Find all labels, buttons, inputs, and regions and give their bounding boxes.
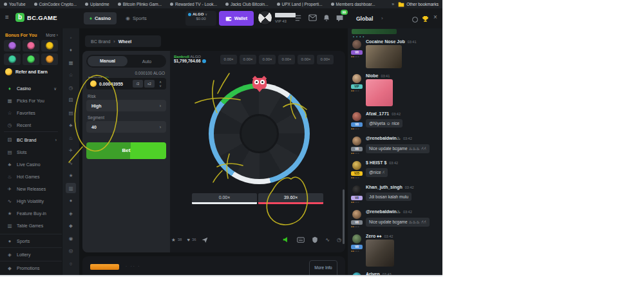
bonus-tile[interactable] (41, 40, 58, 52)
chat-username[interactable]: Niobe (366, 73, 378, 78)
tab-auto[interactable]: Auto (128, 59, 166, 64)
rail-icon[interactable]: ♦ (66, 45, 76, 55)
sidebar-item[interactable]: ◆ Promotions (0, 261, 62, 274)
sidebar-item[interactable]: ★ Feature Buy-in (0, 207, 62, 220)
rail-icon[interactable]: ⚄ (66, 95, 76, 106)
sidebar-item[interactable]: ♦ Casino ∨ (0, 82, 62, 95)
rail-icon[interactable]: ◈ (66, 208, 76, 218)
hotkeys-icon[interactable] (297, 237, 305, 243)
orange-tag-button[interactable] (90, 264, 119, 270)
chat-username[interactable]: Zero ♠♠ (366, 234, 382, 238)
chat-gif[interactable] (366, 45, 402, 68)
sidebar-item[interactable]: ⚄ BC Brand › (0, 134, 62, 146)
user-avatar[interactable] (258, 10, 272, 25)
heart-icon[interactable]: ♥ (187, 237, 189, 243)
pinned-banner[interactable] (352, 29, 397, 34)
more-info-button[interactable]: More Info (309, 260, 337, 276)
bookmark-item[interactable]: Bitcoin Plinko Gam... (118, 2, 162, 6)
sidebar-item[interactable]: ▤ Slots (0, 146, 62, 158)
hamburger-menu-icon[interactable]: ≡ (5, 14, 9, 21)
step-down-icon[interactable]: ∨ (159, 84, 162, 88)
chat-username[interactable]: @renebaldwin♨ (366, 209, 401, 214)
chat-username[interactable]: $ HEIST $ (366, 160, 386, 165)
sidebar-item[interactable]: ♨ Hot Games (0, 171, 62, 183)
rail-icon[interactable]: ✈ (66, 146, 76, 156)
rail-icon[interactable]: ▦ (66, 57, 76, 68)
history-multiplier-chip[interactable]: 0.00× (317, 55, 334, 64)
avatar[interactable] (352, 185, 361, 194)
sidebar-item[interactable]: ✈ New Releases (0, 183, 62, 195)
chat-gif[interactable] (366, 79, 393, 106)
tab-casino[interactable]: ♦ Casino (84, 12, 117, 24)
bookmark-item[interactable]: Jacks Club Bitcoin... (225, 2, 269, 6)
chat-username[interactable]: @renebaldwin♨ (366, 136, 401, 141)
tab-sports[interactable]: ◉ Sports (120, 12, 152, 24)
segment-select[interactable]: 40 › (86, 121, 166, 133)
bookmark-item[interactable]: Rewarded TV - Look... (170, 2, 217, 6)
avatar[interactable] (352, 40, 361, 49)
chat-username[interactable]: Ariven (366, 272, 380, 276)
other-bookmarks[interactable]: Other bookmarks (398, 2, 439, 7)
avatar[interactable] (352, 234, 361, 243)
close-icon[interactable]: × (433, 14, 437, 21)
avatar[interactable] (352, 74, 361, 83)
bonus-tile[interactable] (23, 53, 39, 65)
sidebar-item[interactable]: ♣ Live Casino (0, 158, 62, 171)
notifications-bell-icon[interactable] (323, 14, 331, 23)
chevron-right-icon[interactable]: › (381, 15, 383, 21)
bonus-tile[interactable] (4, 40, 21, 52)
history-multiplier-chip[interactable]: 0.00× (278, 55, 295, 64)
sidebar-item[interactable]: ● Sports (0, 234, 62, 247)
wallet-button[interactable]: Wallet (219, 11, 254, 26)
bonus-tile[interactable] (41, 53, 58, 65)
history-multiplier-chip[interactable]: 0.00× (259, 55, 276, 64)
risk-select[interactable]: High › (86, 100, 166, 111)
bonus-tile[interactable] (23, 40, 39, 52)
avatar[interactable] (352, 272, 361, 276)
bookmark-item[interactable]: CoinCodex Crypto... (34, 2, 77, 6)
breadcrumb-parent[interactable]: BC Brand (91, 39, 110, 44)
rail-icon[interactable]: ♨ (66, 133, 76, 143)
bonus-more-link[interactable]: More › (46, 33, 58, 37)
rail-icon[interactable]: ○ (66, 258, 76, 269)
chat-gif[interactable] (366, 240, 394, 267)
mail-icon[interactable] (308, 14, 317, 23)
rail-icon[interactable]: ◎ (66, 246, 76, 256)
chat-room-title[interactable]: Global (356, 15, 373, 22)
chat-username[interactable]: Khan_juth_singh (366, 185, 402, 189)
double-bet-button[interactable]: x2 (144, 80, 155, 88)
bookmark-item[interactable]: Uplandme (85, 2, 109, 6)
chat-username[interactable]: Afzal_1771 (366, 111, 389, 116)
sidebar-item[interactable]: ▦ Picks For You (0, 95, 62, 107)
rail-icon[interactable]: ∿ (66, 158, 76, 168)
bet-amount-input[interactable]: 0.00043955 /2 x2 ∧ ∨ (86, 78, 166, 90)
chat-bubble-icon[interactable] (336, 14, 344, 23)
sidebar-item[interactable]: ∿ High Volatility (0, 195, 62, 207)
live-stats-icon[interactable]: ∿ (325, 237, 330, 243)
history-clock-icon[interactable]: ◷ (337, 237, 341, 243)
history-multiplier-chip[interactable]: 0.00× (298, 55, 314, 64)
avatar[interactable] (352, 210, 361, 219)
chat-rules-icon[interactable] (412, 17, 418, 23)
avatar[interactable] (352, 112, 361, 121)
like-count[interactable]: ♥ 36 (187, 237, 196, 243)
star-icon[interactable]: ★ (171, 237, 176, 243)
half-bet-button[interactable]: /2 (133, 80, 143, 88)
favorite-count[interactable]: ★ 38 (171, 237, 182, 243)
amount-stepper[interactable]: ∧ ∨ (156, 79, 164, 88)
rail-icon[interactable]: ◦ (66, 32, 76, 43)
rail-icon[interactable]: ◷ (66, 82, 76, 93)
rail-icon[interactable]: ▤ (66, 108, 76, 118)
sound-icon[interactable] (283, 236, 290, 243)
fairness-shield-icon[interactable] (312, 236, 318, 243)
bet-button[interactable]: Bet (86, 142, 166, 159)
bcgame-logo[interactable]: b BC.GAME (15, 13, 57, 22)
sidebar-item[interactable]: ◷ Recent (0, 119, 62, 131)
rail-icon[interactable]: ♣ (66, 120, 76, 131)
history-multiplier-chip[interactable]: 0.00× (220, 55, 237, 64)
bookmark-item[interactable]: UPX Land | Properti... (277, 2, 323, 6)
sidebar-item[interactable]: ☆ Favorites (0, 107, 62, 119)
bookmark-item[interactable]: Members dashboar... (331, 2, 375, 6)
rail-icon[interactable]: ◆ (66, 221, 76, 231)
rail-icon[interactable]: ▥ (66, 183, 76, 193)
